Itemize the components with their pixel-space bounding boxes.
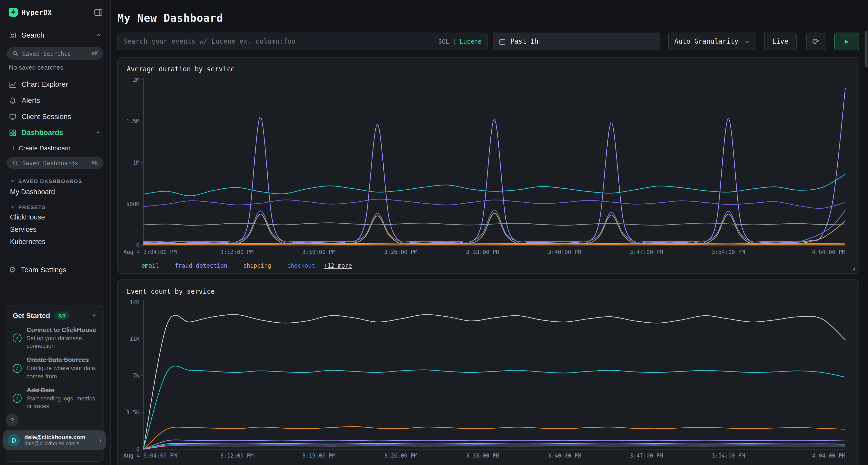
sidebar-item-client-sessions[interactable]: Client Sessions (0, 108, 110, 125)
preset-services[interactable]: Services (0, 224, 110, 236)
time-range-picker[interactable]: Past 1h (493, 33, 660, 50)
granularity-value: Auto Granularity (674, 38, 744, 45)
saved-dashboards-section-toggle[interactable]: SAVED DASHBOARDS (0, 172, 110, 185)
legend-item-fraud-detection[interactable]: — fraud-detection (168, 262, 227, 269)
chevron-up-icon[interactable] (95, 129, 101, 135)
sidebar-item-dashboards[interactable]: Dashboards (0, 125, 110, 141)
event-search-input[interactable]: Search your events w/ Lucene ex. column:… (117, 33, 488, 50)
svg-text:2M: 2M (133, 77, 140, 83)
shortcut-hint: ⌘K (91, 51, 98, 56)
svg-text:1M: 1M (133, 160, 140, 166)
check-circle-icon: ✓ (13, 394, 22, 403)
svg-text:3:40:00 PM: 3:40:00 PM (548, 249, 581, 255)
refresh-button[interactable]: ⟳ (806, 33, 826, 50)
chart-title: Event count by service (127, 288, 850, 295)
logo-row: HyperDX (0, 0, 110, 22)
chart-panel-event-count: Event count by service 03.5K7K11K14KAug … (117, 279, 859, 465)
chevron-up-icon[interactable] (95, 32, 101, 38)
search-icon (12, 160, 19, 166)
chevron-up-icon[interactable] (91, 312, 97, 319)
svg-text:0: 0 (136, 446, 140, 452)
gear-icon: ⚙ (9, 265, 16, 274)
chevron-down-icon (10, 204, 15, 210)
sidebar-item-chart-explorer[interactable]: Chart Explorer (0, 76, 110, 93)
chart-panel-avg-duration: Average duration by service 0500K1M1.5M2… (117, 57, 859, 274)
svg-text:3:54:00 PM: 3:54:00 PM (712, 453, 745, 459)
app-title: HyperDX (22, 8, 52, 16)
refresh-icon: ⟳ (812, 37, 819, 46)
svg-text:3:33:00 PM: 3:33:00 PM (466, 249, 499, 255)
check-circle-icon: ✓ (13, 334, 22, 343)
scrollbar-thumb[interactable] (865, 31, 867, 68)
chart-icon (9, 80, 17, 88)
event-search-placeholder: Search your events w/ Lucene ex. column:… (123, 38, 438, 45)
sidebar-item-alerts[interactable]: Alerts (0, 92, 110, 108)
sidebar: HyperDX Search Saved Searches ⌘K No save… (0, 0, 111, 465)
user-org: dale@clickhouse.com's (24, 440, 99, 446)
svg-text:Aug 4 3:04:00 PM: Aug 4 3:04:00 PM (123, 453, 177, 459)
legend-item-email[interactable]: — email (134, 262, 159, 269)
svg-text:7K: 7K (133, 372, 140, 379)
team-settings-button[interactable]: ⚙ Team Settings (0, 261, 110, 278)
list-icon (9, 31, 17, 39)
presets-section-toggle[interactable]: PRESETS (0, 199, 110, 211)
svg-text:3:47:00 PM: 3:47:00 PM (630, 249, 663, 255)
svg-text:1.5M: 1.5M (126, 118, 140, 124)
dashboard-grid-icon (9, 129, 17, 136)
get-started-step[interactable]: ✓ Create Data Sources Configure where yo… (13, 356, 97, 380)
check-circle-icon: ✓ (13, 364, 22, 373)
page-title: My New Dashboard (117, 11, 859, 24)
saved-dashboards-input[interactable]: Saved Dashboards ⌘K (7, 157, 104, 169)
bell-icon (9, 97, 17, 104)
svg-text:4:04:00 PM: 4:04:00 PM (812, 453, 845, 459)
svg-text:3:19:00 PM: 3:19:00 PM (302, 249, 335, 255)
svg-text:3:12:00 PM: 3:12:00 PM (220, 249, 254, 255)
help-button[interactable]: ? (6, 414, 18, 427)
svg-text:4:04:00 PM: 4:04:00 PM (812, 249, 845, 255)
preset-kubernetes[interactable]: Kubernetes (0, 236, 110, 248)
get-started-step[interactable]: ✓ Add Data Start sending logs, metrics, … (13, 387, 97, 410)
calendar-icon (499, 38, 506, 45)
collapse-sidebar-icon[interactable] (94, 9, 102, 16)
main-content: My New Dashboard Search your events w/ L… (111, 0, 868, 465)
saved-dashboard-my-dashboard[interactable]: My Dashboard (0, 185, 110, 199)
shortcut-hint: ⌘K (91, 160, 98, 166)
legend-item-shipping[interactable]: — shipping (236, 262, 271, 269)
monitor-icon (9, 112, 17, 120)
chevron-down-icon (744, 38, 750, 44)
preset-clickhouse[interactable]: ClickHouse (0, 211, 110, 224)
svg-text:500K: 500K (126, 201, 140, 207)
saved-dashboards-placeholder: Saved Dashboards (22, 160, 91, 166)
hyperdx-logo-icon (9, 8, 18, 16)
get-started-title: Get Started (13, 312, 50, 320)
get-started-step[interactable]: ✓ Connect to ClickHouse Set up your data… (13, 327, 97, 350)
legend-more-link[interactable]: +12 more (324, 262, 352, 269)
live-button[interactable]: Live (764, 33, 796, 50)
avg-duration-chart: 0500K1M1.5M2MAug 4 3:04:00 PM3:12:00 PM3… (127, 75, 851, 260)
run-query-button[interactable]: ▶ (835, 33, 859, 50)
lucene-mode-toggle[interactable]: Lucene (460, 38, 482, 45)
saved-searches-input[interactable]: Saved Searches ⌘K (7, 47, 104, 60)
svg-text:Aug 4 3:04:00 PM: Aug 4 3:04:00 PM (123, 249, 177, 255)
chart-legend: — email— fraud-detection— shipping— chec… (127, 262, 850, 269)
event-count-chart: 03.5K7K11K14KAug 4 3:04:00 PM3:12:00 PM3… (127, 298, 851, 464)
svg-text:3:26:00 PM: 3:26:00 PM (384, 249, 417, 255)
svg-text:0: 0 (136, 242, 140, 248)
app-screen: HyperDX Search Saved Searches ⌘K No save… (0, 0, 868, 465)
svg-text:3:33:00 PM: 3:33:00 PM (466, 453, 499, 459)
sql-mode-toggle[interactable]: SQL (438, 38, 450, 45)
play-icon: ▶ (845, 39, 849, 44)
svg-text:3:54:00 PM: 3:54:00 PM (712, 249, 745, 255)
svg-text:3:47:00 PM: 3:47:00 PM (630, 453, 663, 459)
no-saved-searches-note: No saved searches (9, 64, 101, 71)
resize-handle[interactable]: ◢ (852, 266, 855, 271)
user-profile-chip[interactable]: D dale@clickhouse.com dale@clickhouse.co… (3, 430, 106, 450)
granularity-select[interactable]: Auto Granularity (669, 33, 756, 50)
toolbar: Search your events w/ Lucene ex. column:… (117, 33, 859, 50)
create-dashboard-button[interactable]: + Create Dashboard (0, 140, 110, 153)
legend-item-checkout[interactable]: — checkout (280, 262, 315, 269)
svg-text:3:26:00 PM: 3:26:00 PM (384, 453, 417, 459)
saved-searches-placeholder: Saved Searches (22, 50, 91, 57)
search-section-header[interactable]: Search (0, 22, 110, 44)
search-icon (12, 50, 19, 57)
